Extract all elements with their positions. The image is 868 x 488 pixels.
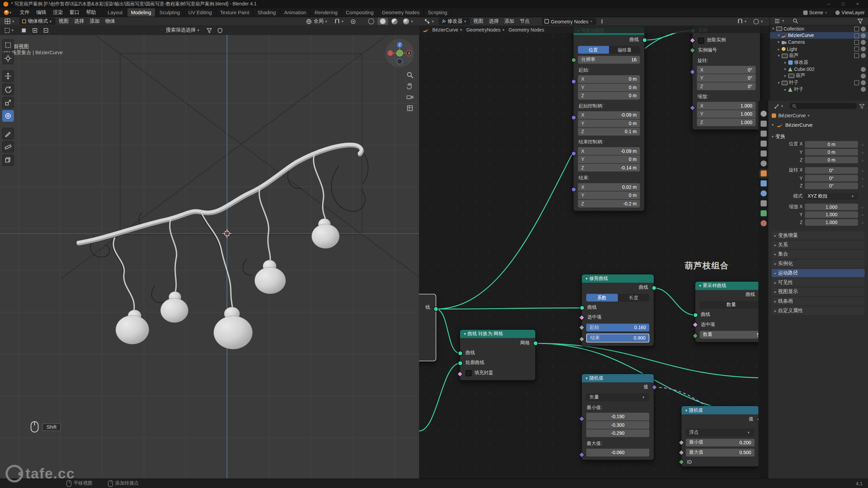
tool-annotate[interactable] [2, 128, 14, 139]
rotation-z-field[interactable]: Z0° [697, 82, 756, 90]
outliner[interactable]: ▾ ▾Collection ▾BézierCurve ▸Camera ▸Ligh… [769, 17, 868, 101]
proportional-edit-icon[interactable] [349, 18, 358, 25]
outliner-row-cube002[interactable]: ▸Cube.002 [770, 66, 868, 73]
visibility-icon[interactable] [861, 87, 866, 92]
editor-type-button[interactable]: ▾ [2, 18, 18, 25]
socket-curve-output[interactable] [433, 306, 438, 311]
outliner-row-light[interactable]: ▸Light [770, 46, 868, 53]
3d-viewport[interactable]: ▾ 物体模式▾ 视图 选择 添加 物体 全局▾ ▾ ▾ ▾ 搜索筛选选择▾ [0, 17, 419, 479]
rotation-z-field[interactable]: 0° [805, 183, 858, 189]
section-line-art[interactable]: ▸线条画 [772, 297, 865, 305]
outliner-row-beziercurve[interactable]: ▾BézierCurve [770, 32, 868, 39]
visibility-icon[interactable] [861, 74, 866, 79]
filter-funnel-icon[interactable] [855, 17, 865, 24]
tool-transform[interactable] [2, 110, 14, 122]
data-type-dropdown[interactable]: 矢量▾ [586, 393, 649, 401]
visibility-icon[interactable] [861, 33, 866, 38]
section-collections[interactable]: ▸集合 [772, 250, 865, 258]
socket-curve-input[interactable] [579, 305, 585, 310]
ortho-toggle-icon[interactable] [406, 105, 413, 112]
rotation-x-field[interactable]: X0° [697, 66, 756, 74]
fill-caps-checkbox[interactable] [466, 370, 472, 376]
scale-z-field[interactable]: 1.000 [805, 219, 858, 226]
trim-start-field[interactable]: 起始0.160 [586, 324, 649, 331]
menu-render[interactable]: 渲染 [50, 8, 66, 16]
node-curve-to-mesh[interactable]: ▾曲线 转换为 网格 网格 曲线 轮廓曲线 填充封盖 [459, 329, 536, 381]
viewport-menu-select[interactable]: 选择 [72, 18, 86, 25]
node-tree-selector[interactable]: Geometry Nodes× [542, 18, 596, 25]
geometry-node-editor[interactable]: ▾ 修改器▾ 视图 选择 添加 节点 Geometry Nodes× ▾ ▾ B… [419, 17, 769, 479]
properties-editor[interactable]: ▾ BézierCurve ▸ ▾ BézierCurve ▾变换 位置 X0 … [758, 101, 868, 479]
start-z-field[interactable]: Z0 m [578, 92, 640, 100]
min-z-field[interactable]: -0.290 [586, 429, 649, 437]
tool-box-select[interactable] [2, 39, 14, 51]
location-y-field[interactable]: 0 m [805, 149, 858, 156]
viewport-menu-add[interactable]: 添加 [87, 18, 102, 25]
mode-subtract-icon[interactable] [41, 26, 51, 34]
section-relations[interactable]: ▸关系 [772, 241, 865, 249]
end-handle-z-field[interactable]: Z-0.14 m [578, 164, 640, 171]
outliner-row-hulu-collection[interactable]: ▾葫芦 [770, 53, 868, 59]
resolution-field[interactable]: 分辨率16 [578, 56, 640, 64]
properties-filter-icon[interactable] [859, 103, 865, 108]
tool-measure[interactable] [2, 141, 14, 152]
node-header[interactable]: ▾随机值 [582, 374, 654, 382]
location-x-field[interactable]: 0 m [805, 141, 858, 148]
socket-end-input[interactable] [571, 187, 576, 192]
transform-panel-header[interactable]: ▾变换 [772, 133, 865, 140]
node-partial-left[interactable]: 线 [419, 294, 436, 361]
node-snap-magnet-icon[interactable]: ▾ [735, 18, 750, 25]
workspace-tab-compositing[interactable]: Compositing [342, 8, 378, 16]
menu-help[interactable]: 帮助 [83, 8, 99, 16]
tab-output-icon[interactable] [761, 130, 767, 137]
node-resample-curve[interactable]: ▾重采样曲线 曲线 数量 曲线 选中项 数量5 [695, 281, 768, 342]
node-random-value-float[interactable]: ▾随机值 值 浮点▾ 最小值0.200 最大值0.500 ID [681, 406, 760, 467]
rotation-y-field[interactable]: Y0° [697, 74, 756, 82]
socket-start-input[interactable] [571, 79, 576, 84]
tab-position[interactable]: 位置 [578, 46, 609, 54]
tool-cursor[interactable] [2, 53, 14, 64]
socket-end-handle-input[interactable] [571, 151, 576, 156]
workspace-tab-layout[interactable]: Layout [104, 8, 127, 16]
filter-funnel-icon[interactable] [204, 26, 214, 34]
workspace-tab-sculpting[interactable]: Sculpting [156, 8, 184, 16]
section-visibility[interactable]: ▸可见性 [772, 278, 865, 286]
node-header[interactable]: ▾随机值 [682, 406, 759, 414]
editor-type-button[interactable]: ▾ [422, 18, 438, 25]
socket-mesh-output[interactable] [533, 341, 538, 346]
max-x-field[interactable]: -0.060 [586, 449, 649, 456]
editor-type-button[interactable]: ▾ [773, 17, 788, 24]
menu-edit[interactable]: 编辑 [33, 8, 50, 16]
socket-curve-input[interactable] [457, 351, 462, 356]
visibility-icon[interactable] [861, 40, 866, 45]
end-handle-y-field[interactable]: Y0 m [578, 156, 640, 163]
tab-tool-icon[interactable] [761, 111, 767, 117]
viewlayer-selector[interactable]: ViewLayer [832, 8, 868, 16]
breadcrumb-modifier[interactable]: GeometryNodes [466, 27, 500, 32]
rotation-x-field[interactable]: 0° [805, 167, 858, 174]
menu-file[interactable]: 文件 [16, 8, 33, 16]
mode-extend-icon[interactable] [29, 26, 39, 34]
pin-icon[interactable] [597, 18, 607, 25]
end-x-field[interactable]: X0.02 m [578, 183, 640, 191]
camera-view-icon[interactable] [406, 94, 413, 101]
node-menu-select[interactable]: 选择 [487, 18, 501, 25]
min-field[interactable]: 最小值0.200 [686, 439, 754, 447]
scale-z-field[interactable]: Z1.000 [697, 118, 756, 126]
count-field[interactable]: 数量5 [700, 331, 763, 339]
section-motion-paths[interactable]: ▸运动路径 [772, 269, 865, 277]
viewport-menu-object[interactable]: 物体 [103, 18, 117, 25]
exclude-checkbox[interactable] [854, 40, 859, 45]
section-delta-transform[interactable]: ▸变换增量 [772, 231, 865, 239]
outliner-row-camera[interactable]: ▸Camera [770, 39, 868, 46]
tab-material-icon[interactable] [761, 220, 767, 226]
start-x-field[interactable]: X0 m [578, 75, 640, 83]
overlay-shield-icon[interactable] [215, 26, 225, 34]
start-handle-x-field[interactable]: X-0.09 m [578, 111, 640, 119]
scene-selector[interactable]: Scene× [800, 8, 832, 16]
outliner-row-leaves-collection[interactable]: ▾叶子 [770, 79, 868, 86]
properties-editor-icon[interactable]: ▾ [772, 102, 787, 109]
visibility-icon[interactable] [861, 67, 866, 72]
resample-mode-button[interactable]: 数量 [700, 301, 763, 309]
node-trim-curve[interactable]: ▾修剪曲线 曲线 系数 长度 曲线 选中项 起始0.160 结束0.900 [581, 274, 654, 346]
